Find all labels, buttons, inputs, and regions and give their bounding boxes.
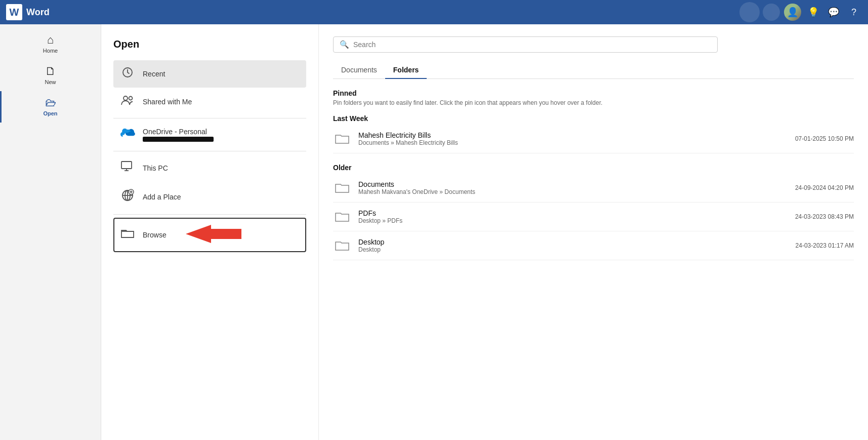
sidebar-item-open-label: Open bbox=[43, 110, 57, 116]
table-row[interactable]: Desktop Desktop 24-03-2023 01:17 AM bbox=[333, 231, 854, 260]
globe-plus-icon bbox=[120, 189, 135, 205]
onedrive-name: OneDrive - Personal bbox=[143, 128, 214, 136]
tab-documents[interactable]: Documents bbox=[333, 62, 385, 79]
addplace-label: Add a Place bbox=[143, 193, 181, 201]
table-row[interactable]: Mahesh Electricity Bills Documents » Mah… bbox=[333, 125, 854, 153]
folder-icon-mahesh-elec bbox=[333, 130, 351, 148]
open-item-onedrive[interactable]: OneDrive - Personal bbox=[113, 122, 306, 148]
folder-path: Desktop bbox=[358, 246, 789, 253]
lightbulb-icon[interactable]: 💡 bbox=[805, 4, 821, 20]
sidebar-item-open[interactable]: 🗁 Open bbox=[0, 91, 101, 123]
table-row[interactable]: Documents Mahesh Makvana's OneDrive » Do… bbox=[333, 174, 854, 203]
older-section: Older Documents Mahesh Makvana's OneDriv… bbox=[333, 164, 854, 260]
onedrive-text: OneDrive - Personal bbox=[143, 128, 214, 142]
svg-marker-14 bbox=[186, 225, 241, 243]
open-title: Open bbox=[113, 38, 306, 50]
svg-rect-3 bbox=[121, 162, 132, 169]
last-week-section: Last Week Mahesh Electricity Bills Docum… bbox=[333, 114, 854, 153]
open-item-browse[interactable]: Browse bbox=[113, 218, 306, 252]
folder-date: 07-01-2025 10:50 PM bbox=[795, 135, 854, 142]
folder-icon-docs bbox=[333, 179, 351, 197]
browse-folder-icon bbox=[120, 227, 135, 243]
onedrive-icon bbox=[120, 128, 135, 142]
file-browser: 🔍 Documents Folders Pinned Pin folders y… bbox=[319, 24, 868, 440]
folder-date: 24-03-2023 08:43 PM bbox=[795, 213, 854, 220]
open-item-thispc[interactable]: This PC bbox=[113, 154, 306, 182]
divider-1 bbox=[113, 118, 306, 118]
folder-info-mahesh-elec: Mahesh Electricity Bills Documents » Mah… bbox=[358, 131, 788, 146]
top-bar: W Word 👤 💡 💬 ? bbox=[0, 0, 868, 24]
thispc-label: This PC bbox=[143, 164, 168, 172]
browse-label: Browse bbox=[143, 231, 167, 239]
search-icon: 🔍 bbox=[340, 40, 349, 49]
open-item-addplace[interactable]: Add a Place bbox=[113, 183, 306, 211]
folder-info-pdfs: PDFs Desktop » PDFs bbox=[358, 209, 788, 224]
top-bar-actions: 👤 💡 💬 ? bbox=[739, 2, 862, 22]
folder-icon-pdfs bbox=[333, 208, 351, 226]
browse-row-wrapper: Browse bbox=[113, 218, 306, 252]
avatar[interactable]: 👤 bbox=[784, 4, 801, 21]
folder-path: Mahesh Makvana's OneDrive » Documents bbox=[358, 188, 788, 195]
open-item-shared[interactable]: Shared with Me bbox=[113, 89, 306, 115]
folder-name: Documents bbox=[358, 180, 788, 188]
word-icon: W bbox=[6, 4, 22, 20]
sidebar-item-home[interactable]: ⌂ Home bbox=[0, 28, 101, 60]
recent-label: Recent bbox=[143, 70, 165, 78]
clock-icon bbox=[120, 66, 135, 82]
search-input[interactable] bbox=[353, 41, 711, 49]
svg-point-2 bbox=[129, 97, 133, 100]
red-arrow bbox=[181, 224, 241, 246]
pinned-title: Pinned bbox=[333, 89, 854, 97]
folder-info-desktop: Desktop Desktop bbox=[358, 238, 789, 253]
sidebar-nav: ⌂ Home 🗋 New 🗁 Open bbox=[0, 24, 101, 440]
shared-label: Shared with Me bbox=[143, 98, 192, 106]
folder-name: Desktop bbox=[358, 238, 789, 246]
people-icon bbox=[120, 95, 135, 109]
divider-2 bbox=[113, 151, 306, 151]
help-icon[interactable]: ? bbox=[846, 4, 862, 20]
open-folder-icon: 🗁 bbox=[45, 97, 56, 108]
folder-path: Documents » Mahesh Electricity Bills bbox=[358, 139, 788, 146]
folder-date: 24-03-2023 01:17 AM bbox=[796, 242, 854, 249]
app-logo: W Word bbox=[6, 4, 50, 20]
sidebar-item-new[interactable]: 🗋 New bbox=[0, 60, 101, 91]
open-item-recent[interactable]: Recent bbox=[113, 60, 306, 88]
older-title: Older bbox=[333, 164, 854, 172]
folder-name: PDFs bbox=[358, 209, 788, 217]
onedrive-email-redacted bbox=[143, 137, 214, 142]
folder-name: Mahesh Electricity Bills bbox=[358, 131, 788, 139]
new-doc-icon: 🗋 bbox=[45, 66, 56, 77]
search-bar: 🔍 bbox=[333, 36, 718, 53]
app-name: Word bbox=[26, 7, 50, 18]
folder-path: Desktop » PDFs bbox=[358, 217, 788, 224]
folder-info-docs: Documents Mahesh Makvana's OneDrive » Do… bbox=[358, 180, 788, 195]
svg-point-1 bbox=[123, 96, 128, 100]
main-area: ⌂ Home 🗋 New 🗁 Open Open Re bbox=[0, 24, 868, 440]
folder-date: 24-09-2024 04:20 PM bbox=[795, 184, 854, 191]
computer-icon bbox=[120, 161, 135, 176]
table-row[interactable]: PDFs Desktop » PDFs 24-03-2023 08:43 PM bbox=[333, 203, 854, 231]
open-panel: Open Recent bbox=[101, 24, 319, 440]
tab-folders[interactable]: Folders bbox=[385, 62, 427, 79]
pinned-section: Pinned Pin folders you want to easily fi… bbox=[333, 89, 854, 106]
pinned-desc: Pin folders you want to easily find late… bbox=[333, 99, 854, 106]
sidebar-item-new-label: New bbox=[45, 79, 56, 85]
folder-icon-desktop bbox=[333, 236, 351, 255]
tabs-row: Documents Folders bbox=[333, 62, 854, 79]
divider-3 bbox=[113, 214, 306, 215]
chat-icon[interactable]: 💬 bbox=[825, 4, 842, 20]
last-week-title: Last Week bbox=[333, 114, 854, 123]
home-icon: ⌂ bbox=[47, 34, 54, 46]
sidebar-item-home-label: Home bbox=[43, 48, 58, 54]
content-panel: Open Recent bbox=[101, 24, 868, 440]
